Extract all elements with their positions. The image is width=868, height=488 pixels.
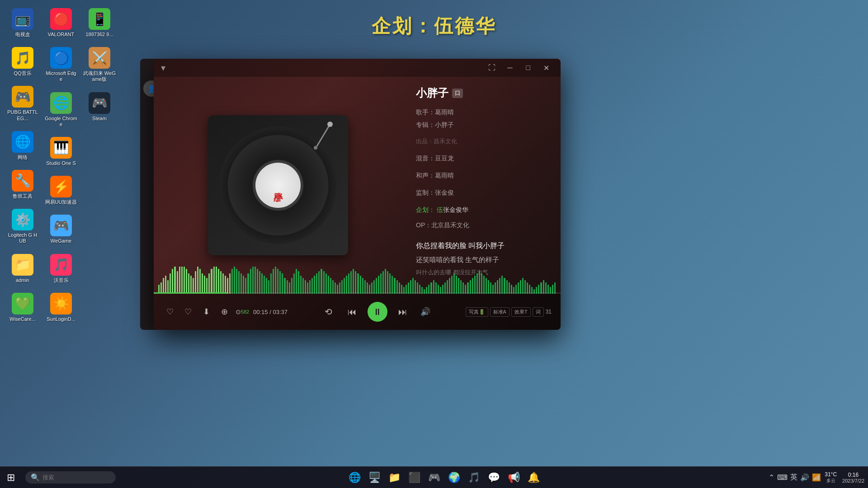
valorant-label: VALORANT [48,32,74,38]
prev-button[interactable]: ⏮ [344,304,360,320]
taskbar-pinned-apps: 🌐 🖥️ 📁 ⬛ 🎮 🌍 🎵 💬 📢 🔔 [119,469,769,487]
taskbar: ⊞ 🔍 🌐 🖥️ 📁 ⬛ 🎮 🌍 🎵 💬 📢 🔔 ⌃ ⌨ 英 🔊 📶 31°C … [0,466,868,488]
clock-time: 0:16 [848,472,859,478]
turntable: 小胖 [208,115,348,255]
extra-controls: 写真🔋 标准A 效果T 词 31 [466,307,552,317]
desktop-icon-admin[interactable]: 📁 admin [5,250,41,287]
lang-label[interactable]: 英 [790,473,797,482]
system-clock[interactable]: 0:16 2023/7/22 [839,472,868,483]
taskbar-explorer-icon[interactable]: 📁 [385,469,403,487]
desktop-icon-valorant[interactable]: 🔴 VALORANT [43,5,79,41]
qqmusic-label: QQ音乐 [14,70,31,76]
chrome-label: Google Chrome [45,116,77,127]
desktop-icon-msedge[interactable]: 🔵 Microsoft Edge [43,43,79,86]
desktop-icon-wegame[interactable]: 🎮 WeGame [43,211,79,248]
vinyl-area: 小胖 [154,77,402,294]
wuuu-label: 网易UU加速器 [45,199,77,205]
admin-folder-icon: 📁 [12,254,33,276]
temperature-display: 31°C 多云 [825,471,837,484]
logitech-icon: ⚙️ [12,209,33,230]
next-button[interactable]: ⏭ [395,304,411,320]
taskbar-music-icon[interactable]: 🎵 [465,469,483,487]
pubg-label: PUBG BATTLEG... [6,109,39,121]
wegame2-icon: ⚔️ [89,47,110,69]
song-title: 小胖子 口 [416,86,547,100]
close-button[interactable]: ✕ [539,61,553,75]
lyric-line-1: 你总捏着我的脸 叫我小胖子 [416,239,547,253]
player-controls: ♡ ♡ ⬇ ⊕ ⊙ 582 00:15 / 03:37 ⟲ ⏮ ⏸ ⏭ 🔊 写真… [154,294,561,330]
network-icon[interactable]: 📶 [812,473,821,482]
steam-label: Steam [92,116,107,122]
dianshi-label: 电视盒 [15,32,30,38]
valorant-icon: 🔴 [50,8,72,30]
wecare-icon: 💚 [12,293,33,314]
search-input[interactable] [42,474,106,481]
taskbar-search-box[interactable]: 🔍 [25,471,116,483]
dropdown-arrow-icon[interactable]: ▾ [161,62,165,73]
play-pause-button[interactable]: ⏸ [368,302,387,322]
like-button[interactable]: ♡ [163,305,177,319]
volume-button[interactable]: 🔊 [418,305,433,319]
studioos-label: Studio One S [46,160,75,166]
wecare-label: WiseCare... [9,316,35,322]
taskbar-comm-icon[interactable]: 💬 [485,469,503,487]
taskbar-terminal-icon[interactable]: ⬛ [405,469,423,487]
more-button[interactable]: ⊕ [217,305,231,319]
download-button[interactable]: ⬇ [199,305,213,319]
search-icon: 🔍 [31,473,40,482]
word-count: 31 [546,309,552,315]
minimize-button[interactable]: ─ [503,61,517,75]
keyboard-icon[interactable]: ⌨ [777,473,788,482]
desktop-icon-phone[interactable]: 📱 1887362 9... [81,5,118,41]
taskbar-app2-icon[interactable]: 🖥️ [365,469,383,487]
taskbar-browser2-icon[interactable]: 🌍 [445,469,463,487]
desktop-icon-chrome[interactable]: 🌐 Google Chrome [43,89,79,131]
desktop-icon-luban[interactable]: 🔧 鲁班工具 [5,166,41,203]
clock-date: 2023/7/22 [842,478,864,483]
lyrics-toggle-btn[interactable]: 词 [533,307,544,317]
chevron-up-icon[interactable]: ⌃ [769,473,774,482]
luban-icon: 🔧 [12,170,33,192]
desktop-icon-studioos[interactable]: 🎹 Studio One S [43,133,79,170]
notification-area: ⌃ ⌨ 英 🔊 📶 [769,473,821,482]
share-button[interactable]: ⊙ 582 [235,305,250,319]
record-label: 小胖 [255,163,301,208]
desktop-icon-woyinyue[interactable]: 🎵 沃音乐 [43,250,79,287]
titlebar-left: ▾ [161,62,165,73]
desktop-icon-wuuu[interactable]: ⚡ 网易UU加速器 [43,172,79,209]
song-meta-extra: 出品：昌禾文化 [416,136,547,147]
write-btn[interactable]: 写真🔋 [466,307,488,317]
volume-icon[interactable]: 🔊 [800,473,809,482]
start-button[interactable]: ⊞ [0,467,22,488]
mode-btn[interactable]: 标准A [490,307,509,317]
desktop-icon-wegame2[interactable]: ⚔️ 武魂归来 WeGame版 [81,43,118,86]
taskbar-social-icon[interactable]: 📢 [505,469,523,487]
expand-button[interactable]: ⛶ [485,61,499,75]
phone-icon: 📱 [89,8,110,30]
desktop-icon-dianshi[interactable]: 📺 电视盒 [5,5,41,41]
chrome-icon: 🌐 [50,92,72,114]
desktop-icon-qqmusic[interactable]: 🎵 QQ音乐 [5,43,41,80]
desktop-icon-wecare[interactable]: 💚 WiseCare... [5,289,41,326]
taskbar-update-icon[interactable]: 🔔 [524,469,542,487]
player-titlebar: ▾ ⛶ ─ □ ✕ [154,59,561,77]
controls-center: ⟲ ⏮ ⏸ ⏭ 🔊 [293,302,460,322]
desktop-title: 企划：伍德华 [372,14,496,39]
lyrics-area: 小胖子 口 歌手：葛雨晴 专辑：小胖子 出品：昌禾文化 混音：豆豆龙 和声：葛雨… [402,77,561,294]
effect-btn[interactable]: 效果T [511,307,531,317]
dianshi-icon: 📺 [12,8,33,30]
msedge-label: Microsoft Edge [45,70,77,82]
desktop-icon-logitech[interactable]: ⚙️ Logitech G HUB [5,205,41,248]
repeat-button[interactable]: ⟲ [321,304,337,320]
maximize-button[interactable]: □ [521,61,535,75]
player-body: 小胖 小胖子 口 歌手：葛雨晴 专辑：小胖子 [154,77,561,294]
taskbar-steam-taskbar-icon[interactable]: 🎮 [425,469,443,487]
taskbar-browser-icon[interactable]: 🌐 [345,469,363,487]
desktop-icon-steam[interactable]: 🎮 Steam [81,89,118,125]
dislike-button[interactable]: ♡ [181,305,195,319]
desktop-icon-sunlogin[interactable]: ☀️ SunLoginD... [43,289,79,326]
luban-label: 鲁班工具 [13,193,33,199]
desktop-icon-pubg[interactable]: 🎮 PUBG BATTLEG... [5,82,41,125]
weather-description: 多云 [826,478,835,484]
desktop-icon-wanglu[interactable]: 🌐 网络 [5,127,41,164]
